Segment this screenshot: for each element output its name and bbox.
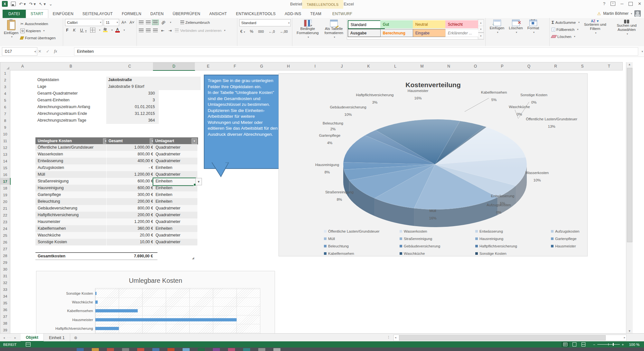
column-header-G[interactable]: G xyxy=(248,62,275,70)
cell-style-berechnung[interactable]: Berechnung xyxy=(380,29,417,37)
table-row-amount[interactable]: 800,00 € xyxy=(106,205,158,212)
table-row-name[interactable]: Wasserkosten xyxy=(35,151,109,158)
close-button[interactable]: ✕ xyxy=(638,1,641,6)
object-data-label[interactable]: Abrechnungszeitraum Anfang xyxy=(37,104,90,110)
font-color-button[interactable]: A xyxy=(115,28,120,32)
legend-item[interactable]: Straßenreinigung xyxy=(400,237,432,241)
table-header-gesamt[interactable]: Gesamt▾ xyxy=(106,137,156,144)
row-header-3[interactable]: 3 xyxy=(0,83,10,90)
table-row-umlageart[interactable]: Quadratmeter xyxy=(153,205,197,212)
paste-button[interactable]: Einfügen▾ xyxy=(2,19,20,41)
table-row-amount[interactable]: 20,00 € xyxy=(106,232,158,239)
row-header-6[interactable]: 6 xyxy=(0,104,10,111)
table-row-umlageart[interactable]: Quadratmeter xyxy=(153,218,197,226)
row-header-23[interactable]: 23 xyxy=(0,218,10,226)
cancel-icon[interactable]: ✕ xyxy=(38,49,42,54)
taskbar-icon[interactable] xyxy=(243,348,250,351)
shrink-font-button[interactable]: A˅ xyxy=(128,20,135,25)
ribbon-tab-start[interactable]: START xyxy=(26,9,48,18)
ribbon-tab-überprüfen[interactable]: ÜBERPRÜFEN xyxy=(168,10,205,18)
legend-item[interactable]: Müll xyxy=(324,237,335,241)
format-as-table-button[interactable]: Als Tabelle formatieren▾ xyxy=(322,19,346,40)
formula-input[interactable]: Einheiten xyxy=(74,47,638,56)
table-row-amount[interactable]: 1.000,00 € xyxy=(106,144,158,151)
table-row-amount[interactable]: 300,00 € xyxy=(106,191,158,199)
taskbar-icon[interactable] xyxy=(228,348,235,351)
taskbar-icon[interactable] xyxy=(92,348,99,351)
autosum-button[interactable]: ΣAutoSumme▾ xyxy=(552,19,580,25)
filter-dropdown-icon[interactable]: ▾ xyxy=(192,138,197,144)
column-header-R[interactable]: R xyxy=(542,62,569,70)
column-header-J[interactable]: J xyxy=(328,62,355,70)
taskbar-icon[interactable] xyxy=(258,348,265,351)
row-header-18[interactable]: 18 xyxy=(0,185,10,192)
row-header-16[interactable]: 16 xyxy=(0,171,10,178)
column-header-L[interactable]: L xyxy=(382,62,409,70)
new-sheet-button[interactable]: ⊕ xyxy=(70,334,81,342)
row-header-39[interactable]: 39 xyxy=(0,327,10,334)
table-row-umlageart[interactable]: Quadratmeter xyxy=(153,171,197,178)
row-header-10[interactable]: 10 xyxy=(0,131,10,138)
scroll-up-icon[interactable]: ▲ xyxy=(626,63,633,66)
row-header-20[interactable]: 20 xyxy=(0,198,10,205)
underline-button[interactable]: U ▾ xyxy=(79,28,88,32)
object-data-label[interactable]: Abrechnungszeitraum Ende xyxy=(37,110,87,117)
ribbon-tab-team[interactable]: TEAM xyxy=(306,10,326,18)
sort-filter-button[interactable]: AZ ▼ Sortieren und Filtern▾ xyxy=(580,19,611,40)
column-header-N[interactable]: N xyxy=(435,62,462,70)
table-row-umlageart[interactable]: Quadratmeter xyxy=(153,239,197,246)
table-row-amount[interactable]: 600,00 € xyxy=(106,185,158,192)
page-break-view-button[interactable] xyxy=(580,342,587,347)
row-header-12[interactable]: 12 xyxy=(0,144,10,151)
row-header-30[interactable]: 30 xyxy=(0,266,10,273)
column-header-O[interactable]: O xyxy=(462,62,489,70)
cell-style-standard[interactable]: Standard xyxy=(348,20,385,29)
table-row-umlageart[interactable]: Einheiten xyxy=(153,164,197,171)
align-center-icon[interactable] xyxy=(146,29,151,32)
currency-format-button[interactable]: €▾ xyxy=(239,29,246,34)
zoom-in-button[interactable]: + xyxy=(622,343,624,346)
column-header-T[interactable]: T xyxy=(596,62,623,70)
table-row-umlageart[interactable]: Einheiten xyxy=(153,191,197,199)
fill-button[interactable]: ↓Füllbereich▾ xyxy=(552,26,580,32)
formula-bar-expand-icon[interactable]: ▾ xyxy=(641,50,643,53)
taskbar-icon[interactable] xyxy=(137,348,144,351)
table-row-amount[interactable]: 10,00 € xyxy=(106,239,158,246)
zoom-out-button[interactable]: − xyxy=(593,343,595,346)
object-data-label[interactable]: Lage xyxy=(37,83,46,90)
align-right-icon[interactable] xyxy=(153,29,158,32)
legend-item[interactable]: Gebäudeversicherung xyxy=(400,244,440,248)
gallery-scroll[interactable]: ▴▾▾ xyxy=(478,19,484,40)
callout-box[interactable]: Tragen Sie in die grau unterlegten Felde… xyxy=(204,75,282,169)
row-header-27[interactable]: 27 xyxy=(0,245,10,253)
insert-cells-button[interactable]: ←Einfügen▾ xyxy=(488,19,507,35)
row-header-32[interactable]: 32 xyxy=(0,279,10,286)
column-header-Q[interactable]: Q xyxy=(516,62,543,70)
cell-dropdown-button[interactable]: ▼ xyxy=(195,178,202,185)
taskbar-icon[interactable] xyxy=(183,348,190,351)
table-row-name[interactable]: Waschküche xyxy=(35,232,109,239)
object-data-label[interactable]: Abrechnungszeitraum Tage xyxy=(37,117,86,124)
table-row-name[interactable]: Kabelfernsehen xyxy=(35,225,109,232)
table-row-amount[interactable]: 800,00 € xyxy=(106,151,158,158)
row-header-8[interactable]: 8 xyxy=(0,117,10,124)
orientation-button[interactable]: ab xyxy=(159,19,167,26)
format-cells-button[interactable]: ⟷Format▾ xyxy=(525,19,541,35)
column-header-F[interactable]: F xyxy=(222,62,249,70)
table-row-name[interactable]: Gebäudeversicherung xyxy=(35,205,109,212)
ribbon-tab-add-ins[interactable]: ADD-INS xyxy=(280,10,306,18)
scroll-right-icon[interactable]: ▸ xyxy=(624,336,625,339)
taskbar[interactable] xyxy=(0,347,644,351)
grow-font-button[interactable]: A˄ xyxy=(120,20,127,25)
column-header-C[interactable]: C xyxy=(106,62,153,70)
tab-scroll-splitter[interactable]: ⁞ xyxy=(388,335,389,340)
pie-chart-panel[interactable]: KostenverteilungÖffentliche Lasten/Grund… xyxy=(279,73,588,256)
object-data-value[interactable]: 330 xyxy=(106,90,159,97)
row-header-4[interactable]: 4 xyxy=(0,90,10,97)
column-header-B[interactable]: B xyxy=(35,62,107,70)
taskbar-icon[interactable] xyxy=(213,348,220,351)
table-row-name[interactable]: Haftpflichtversicherung xyxy=(35,212,109,219)
copy-button[interactable]: ⧉Kopieren▾ xyxy=(20,28,55,34)
legend-item[interactable]: Sonstige Kosten xyxy=(475,252,507,255)
minimize-button[interactable]: ─ xyxy=(620,1,623,6)
